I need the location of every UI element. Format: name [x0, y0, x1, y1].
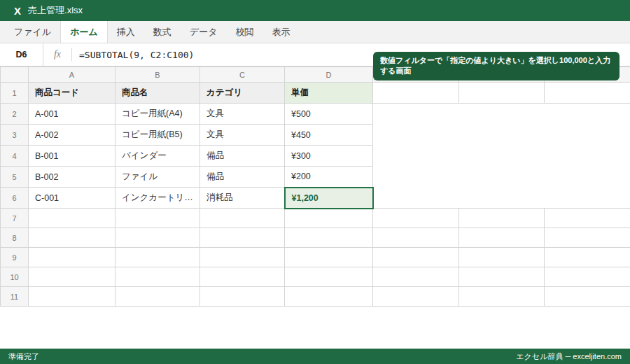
cell-G10[interactable]: [545, 267, 630, 287]
cell-B3[interactable]: コピー用紙(B5): [115, 125, 200, 146]
tab-home[interactable]: ホーム: [60, 21, 108, 43]
select-all-corner[interactable]: [1, 67, 29, 83]
cell-C2[interactable]: 文具: [200, 104, 285, 125]
cell-A6[interactable]: C-001: [29, 188, 115, 209]
cell-A4[interactable]: B-001: [29, 146, 115, 167]
cell-F8[interactable]: [459, 228, 545, 248]
cell-D2[interactable]: ¥500: [285, 104, 373, 125]
cell-A7[interactable]: [29, 209, 115, 228]
cell-A2[interactable]: A-001: [29, 104, 115, 125]
cell-B8[interactable]: [115, 228, 200, 248]
cell-G9[interactable]: [545, 248, 630, 267]
cell-F10[interactable]: [459, 267, 545, 287]
cell-G6[interactable]: [545, 188, 630, 209]
cell-A5[interactable]: B-002: [29, 167, 115, 188]
col-header-A[interactable]: A: [29, 67, 115, 83]
cell-C9[interactable]: [200, 248, 285, 267]
cell-F2[interactable]: [459, 104, 545, 125]
tab-file[interactable]: ファイル: [5, 21, 60, 43]
cell-G2[interactable]: [545, 104, 630, 125]
cell-D11[interactable]: [285, 287, 373, 307]
cell-G3[interactable]: [545, 125, 630, 146]
cell-B5[interactable]: ファイル: [115, 167, 200, 188]
cell-G8[interactable]: [545, 228, 630, 248]
cell-B2[interactable]: コピー用紙(A4): [115, 104, 200, 125]
cell-B4[interactable]: バインダー: [115, 146, 200, 167]
row-header-2[interactable]: 2: [1, 104, 29, 125]
cell-D1[interactable]: 単価: [285, 83, 373, 104]
cell-A3[interactable]: A-002: [29, 125, 115, 146]
cell-G1[interactable]: [545, 83, 630, 104]
name-box[interactable]: D6: [0, 43, 43, 66]
row-header-5[interactable]: 5: [1, 167, 29, 188]
cell-E6[interactable]: [373, 188, 459, 209]
cell-D8[interactable]: [285, 228, 373, 248]
row-header-10[interactable]: 10: [1, 267, 29, 287]
row-header-8[interactable]: 8: [1, 228, 29, 248]
cell-C8[interactable]: [200, 228, 285, 248]
formula-input[interactable]: =SUBTOTAL(9, C2:C100): [79, 50, 194, 60]
cell-C1[interactable]: カテゴリ: [200, 83, 285, 104]
cell-D3[interactable]: ¥450: [285, 125, 373, 146]
cell-E11[interactable]: [373, 287, 459, 307]
cell-C11[interactable]: [200, 287, 285, 307]
tab-review[interactable]: 校閲: [226, 21, 262, 43]
row-header-3[interactable]: 3: [1, 125, 29, 146]
cell-A11[interactable]: [29, 287, 115, 307]
tab-formulas[interactable]: 数式: [144, 21, 181, 43]
row-header-11[interactable]: 11: [1, 287, 29, 307]
cell-E7[interactable]: [373, 209, 459, 228]
cell-D6[interactable]: ¥1,200: [285, 188, 373, 209]
tab-data[interactable]: データ: [181, 21, 227, 43]
cell-C5[interactable]: 備品: [200, 167, 285, 188]
cell-B6[interactable]: インクカートリ…: [115, 188, 200, 209]
cell-C3[interactable]: 文具: [200, 125, 285, 146]
cell-E8[interactable]: [373, 228, 459, 248]
cell-G7[interactable]: [545, 209, 630, 228]
cell-C10[interactable]: [200, 267, 285, 287]
cell-E5[interactable]: [373, 167, 459, 188]
cell-C4[interactable]: 備品: [200, 146, 285, 167]
cell-G11[interactable]: [545, 287, 630, 307]
cell-A1[interactable]: 商品コード: [29, 83, 115, 104]
cell-F1[interactable]: [459, 83, 545, 104]
cell-D4[interactable]: ¥300: [285, 146, 373, 167]
cell-G5[interactable]: [545, 167, 630, 188]
row-header-7[interactable]: 7: [1, 209, 29, 228]
cell-E2[interactable]: [373, 104, 459, 125]
cell-E9[interactable]: [373, 248, 459, 267]
row-header-6[interactable]: 6: [1, 188, 29, 209]
tab-view[interactable]: 表示: [262, 21, 299, 43]
tab-insert[interactable]: 挿入: [108, 21, 144, 43]
cell-D10[interactable]: [285, 267, 373, 287]
cell-F3[interactable]: [459, 125, 545, 146]
cell-F11[interactable]: [459, 287, 545, 307]
cell-F7[interactable]: [459, 209, 545, 228]
row-header-9[interactable]: 9: [1, 248, 29, 267]
cell-B7[interactable]: [115, 209, 200, 228]
cell-D5[interactable]: ¥200: [285, 167, 373, 188]
cell-D7[interactable]: [285, 209, 373, 228]
cell-B1[interactable]: 商品名: [115, 83, 200, 104]
cell-D9[interactable]: [285, 248, 373, 267]
cell-A10[interactable]: [29, 267, 115, 287]
col-header-D[interactable]: D: [285, 67, 373, 83]
cell-F6[interactable]: [459, 188, 545, 209]
col-header-C[interactable]: C: [200, 67, 285, 83]
cell-F5[interactable]: [459, 167, 545, 188]
row-header-1[interactable]: 1: [1, 83, 29, 104]
row-header-4[interactable]: 4: [1, 146, 29, 167]
cell-C6[interactable]: 消耗品: [200, 188, 285, 209]
cell-B9[interactable]: [115, 248, 200, 267]
cell-E4[interactable]: [373, 146, 459, 167]
cell-G4[interactable]: [545, 146, 630, 167]
col-header-B[interactable]: B: [115, 67, 200, 83]
cell-F9[interactable]: [459, 248, 545, 267]
cell-B11[interactable]: [115, 287, 200, 307]
cell-C7[interactable]: [200, 209, 285, 228]
cell-B10[interactable]: [115, 267, 200, 287]
cell-E1[interactable]: [373, 83, 459, 104]
cell-E10[interactable]: [373, 267, 459, 287]
cell-A9[interactable]: [29, 248, 115, 267]
cell-E3[interactable]: [373, 125, 459, 146]
